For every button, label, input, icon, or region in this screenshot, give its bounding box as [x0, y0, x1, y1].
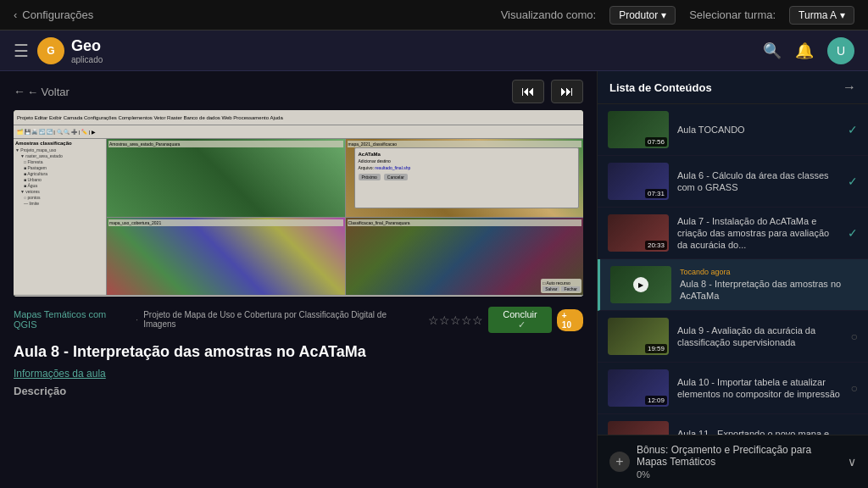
main-layout: ← ← Voltar ⏮ ⏭ Projeto Editar Exibir Cam…: [0, 71, 868, 488]
select-class-label: Selecionar turma:: [689, 8, 776, 21]
qgis-map-panels: Amostras_area_estado_Paranaquara mapa_20…: [107, 139, 583, 295]
list-item[interactable]: 03:43 Aula 11 - Exportando o novo mapa e…: [598, 414, 868, 435]
lesson-info-block: Tocando agora Aula 8 - Interpretação das…: [680, 268, 858, 302]
lesson-info-block: Aula 11 - Exportando o novo mapa e compa…: [677, 428, 843, 435]
hamburger-menu[interactable]: ☰: [14, 41, 29, 61]
search-button[interactable]: 🔍: [763, 42, 782, 60]
notifications-button[interactable]: 🔔: [795, 42, 814, 60]
lesson-name: Aula 11 - Exportando o novo mapa e compa…: [677, 428, 843, 435]
lesson-thumbnail: 12:09: [608, 369, 669, 407]
lesson-thumbnail: 19:59: [608, 318, 669, 355]
lesson-thumbnail: 07:31: [608, 163, 669, 200]
lesson-name: Aula 8 - Interpretação das amostras no A…: [680, 278, 858, 302]
qgis-layers-panel: Amostras classificação ▼ Projeto_mapa_us…: [14, 139, 107, 295]
lesson-duration: 20:33: [645, 241, 667, 250]
back-to-settings[interactable]: ‹ Configurações: [14, 8, 93, 21]
description-label: Descrição: [0, 381, 597, 399]
lesson-info-block: Aula 9 - Avaliação da acurácia da classi…: [677, 324, 843, 349]
qgis-toolbar: 🗂️ 💾 🖨️ ↩️ ↪️ | 🔍 🔍 ➕ | ✏️ | ▶: [14, 125, 583, 139]
lesson-name: Aula TOCANDO: [677, 124, 839, 136]
lesson-name: Aula 7 - Instalação do AcATaMa e criação…: [677, 215, 839, 252]
nav-buttons: ⏮ ⏭: [512, 80, 583, 103]
conclude-button[interactable]: Concluir ✓: [488, 307, 552, 333]
prev-lesson-button[interactable]: ⏮: [512, 80, 544, 103]
qgis-body: Amostras classificação ▼ Projeto_mapa_us…: [14, 139, 583, 295]
map-panel-3: mapa_uso_cobertura_2021: [107, 218, 345, 296]
lesson-thumbnail: ▶: [610, 266, 671, 303]
bonus-percent: 0%: [637, 469, 841, 480]
list-item[interactable]: 20:33 Aula 7 - Instalação do AcATaMa e c…: [598, 208, 868, 259]
breadcrumb-course[interactable]: Mapas Temáticos com QGIS: [14, 309, 131, 330]
lesson-duration: 19:59: [645, 344, 667, 353]
list-item[interactable]: 07:56 Aula TOCANDO ✓: [598, 104, 868, 156]
qgis-menubar: Projeto Editar Exibir Camada Configuraçõ…: [14, 110, 583, 125]
content-header: ← ← Voltar ⏮ ⏭: [0, 71, 597, 110]
next-lesson-button[interactable]: ⏭: [551, 80, 583, 103]
sidebar-list: 07:56 Aula TOCANDO ✓ 07:31 Aula 6 - Cálc…: [598, 104, 868, 435]
lesson-info-block: Aula 10 - Importar tabela e atualizar el…: [677, 376, 843, 401]
video-thumbnail[interactable]: Projeto Editar Exibir Camada Configuraçõ…: [14, 110, 583, 297]
header-icons: 🔍 🔔 U: [763, 37, 854, 64]
list-item[interactable]: 07:31 Aula 6 - Cálculo da área das class…: [598, 156, 868, 208]
map-panel-2: mapa_2021_classificacao AcATaMa Adiciona…: [346, 139, 584, 217]
star-rating: ☆☆☆☆☆ Concluir ✓ + 10: [428, 307, 583, 333]
bonus-title: Bônus: Orçamento e Precificação para Map…: [637, 444, 841, 468]
lesson-duration: 07:31: [645, 189, 667, 198]
list-item[interactable]: 12:09 Aula 10 - Importar tabela e atuali…: [598, 363, 868, 414]
completed-icon: ✓: [848, 123, 858, 136]
settings-label: Configurações: [22, 8, 93, 21]
top-bar: ‹ Configurações Visualizando como: Produ…: [0, 0, 868, 30]
sidebar: Lista de Conteúdos → 07:56 Aula TOCANDO …: [597, 71, 868, 488]
sidebar-nav-button[interactable]: →: [843, 80, 856, 95]
content-area: ← ← Voltar ⏮ ⏭ Projeto Editar Exibir Cam…: [0, 71, 597, 488]
thumb-overlay: [608, 421, 669, 435]
map-panel-4: Classificacao_final_Paranaquara □ Auto r…: [346, 218, 584, 296]
breadcrumb-module: Projeto de Mapa de Uso e Cobertura por C…: [143, 310, 418, 329]
viewer-dropdown[interactable]: Produtor ▾: [609, 6, 676, 25]
logo-sub: aplicado: [71, 55, 103, 64]
qgis-screenshot: Projeto Editar Exibir Camada Configuraçõ…: [14, 110, 583, 297]
breadcrumb-separator: ·: [136, 314, 138, 324]
sidebar-footer: + Bônus: Orçamento e Precificação para M…: [598, 435, 868, 488]
add-bonus-button[interactable]: +: [609, 452, 630, 472]
lesson-title: Aula 8 - Interpretação das amostras no A…: [0, 338, 597, 366]
list-item[interactable]: ▶ Tocando agora Aula 8 - Interpretação d…: [598, 259, 868, 311]
class-dropdown[interactable]: Turma A ▾: [789, 6, 854, 25]
lesson-info-block: Aula TOCANDO: [677, 124, 839, 136]
lesson-name: Aula 6 - Cálculo da área das classes com…: [677, 169, 839, 194]
back-arrow-icon: ‹: [14, 8, 17, 21]
back-button[interactable]: ← ← Voltar: [14, 85, 70, 98]
qgis-statusbar: Coordenada: 44,78°N 1,46°EEscala 1:175Ro…: [14, 295, 583, 297]
bonus-info: Bônus: Orçamento e Precificação para Map…: [630, 444, 848, 480]
bonus-row: + Bônus: Orçamento e Precificação para M…: [609, 444, 856, 480]
stars[interactable]: ☆☆☆☆☆: [428, 313, 483, 327]
chevron-down-icon: ▾: [840, 9, 845, 21]
video-container: Projeto Editar Exibir Camada Configuraçõ…: [14, 110, 583, 297]
thumb-overlay: ▶: [610, 266, 671, 303]
map-panel-1: Amostras_area_estado_Paranaquara: [107, 139, 345, 217]
lesson-info: Mapas Temáticos com QGIS · Projeto de Ma…: [0, 297, 597, 338]
xp-badge: + 10: [557, 309, 583, 331]
lesson-info-block: Aula 6 - Cálculo da área das classes com…: [677, 169, 839, 194]
chevron-down-icon: ▾: [661, 9, 666, 21]
completed-icon: ✓: [848, 226, 858, 240]
view-as-label: Visualizando como:: [501, 8, 597, 21]
lesson-duration: 07:56: [645, 137, 667, 147]
lesson-name: Aula 9 - Avaliação da acurácia da classi…: [677, 324, 843, 349]
completed-icon: ○: [851, 330, 858, 343]
lesson-thumbnail: 07:56: [608, 111, 669, 148]
logo: G Geo aplicado: [37, 37, 103, 64]
avatar[interactable]: U: [827, 37, 854, 64]
bonus-chevron-button[interactable]: ∨: [848, 455, 856, 469]
back-arrow-icon: ←: [14, 85, 25, 98]
lesson-name: Aula 10 - Importar tabela e atualizar el…: [677, 376, 843, 401]
completed-icon: ○: [851, 381, 858, 395]
breadcrumb: Mapas Temáticos com QGIS · Projeto de Ma…: [14, 305, 583, 333]
lesson-info-block: Aula 7 - Instalação do AcATaMa e criação…: [677, 215, 839, 252]
lesson-info-link[interactable]: Informações da aula: [0, 366, 597, 381]
lesson-thumbnail: 03:43: [608, 421, 669, 435]
header: ☰ G Geo aplicado 🔍 🔔 U: [0, 30, 868, 71]
lesson-duration: 12:09: [645, 396, 667, 405]
list-item[interactable]: 19:59 Aula 9 - Avaliação da acurácia da …: [598, 311, 868, 363]
now-playing-label: Tocando agora: [680, 268, 858, 276]
